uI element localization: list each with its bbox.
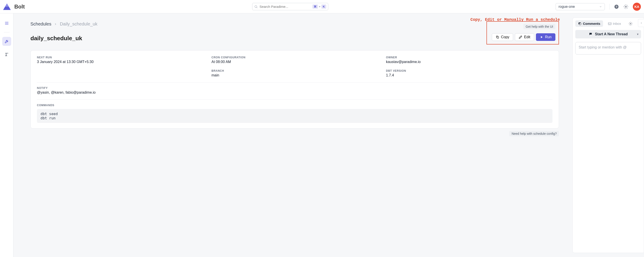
logo-group: Bolt — [3, 3, 25, 10]
bolt-logo-icon — [3, 3, 11, 10]
field-dbt-version: DBT VERSION 1.7.4 — [386, 69, 552, 77]
breadcrumb-root[interactable]: Schedules — [30, 21, 51, 26]
actions-box: Get help with the UI Copy Edit Run — [486, 21, 559, 44]
search-input[interactable] — [260, 5, 310, 8]
app-header: Bolt ⌘ + K rogue-one ? KA — [0, 0, 644, 13]
workspace-select[interactable]: rogue-one — [556, 3, 605, 10]
title-row: daily_schedule_uk Get help with the UI C… — [30, 32, 559, 44]
avatar[interactable]: KA — [633, 3, 641, 11]
commands-block: dbt seed dbt run — [37, 109, 552, 123]
menu-toggle[interactable] — [2, 19, 11, 28]
kbd-cmd: ⌘ — [312, 4, 318, 9]
card-separator — [37, 82, 552, 82]
button-row: Copy Edit Run — [492, 33, 556, 41]
left-rail — [0, 13, 14, 257]
chevron-left-icon — [640, 22, 643, 24]
card-separator — [37, 99, 552, 100]
workspace-name: rogue-one — [558, 5, 575, 9]
text-icon — [4, 52, 9, 56]
rail-templates[interactable] — [2, 50, 11, 59]
run-button[interactable]: Run — [536, 33, 556, 41]
panel-head: Comments Inbox — [575, 20, 641, 27]
compose-input[interactable]: Start typing or mention with @ — [575, 42, 641, 54]
chevron-down-icon — [599, 5, 602, 8]
config-help-link[interactable]: Need help with schedule config? — [509, 131, 559, 136]
panel-collapse[interactable] — [638, 19, 644, 27]
inbox-icon — [608, 22, 612, 25]
breadcrumb-leaf: Daily_schedule_uk — [60, 21, 97, 26]
search-shortcut: ⌘ + K — [312, 4, 326, 9]
footer-help-wrap: Need help with schedule config? — [30, 132, 559, 136]
tab-inbox[interactable]: Inbox — [605, 20, 624, 27]
chevron-down-icon: ▾ — [637, 33, 638, 36]
copy-button[interactable]: Copy — [492, 33, 513, 41]
comments-panel: Comments Inbox Start A New Thread ▾ Star… — [572, 17, 644, 253]
search-input-wrap[interactable]: ⌘ + K — [252, 3, 328, 10]
gear-icon[interactable] — [628, 22, 632, 26]
field-commands: COMMANDS dbt seed dbt run — [37, 104, 552, 123]
header-right: rogue-one ? KA — [556, 3, 641, 11]
search-icon — [254, 5, 258, 8]
new-thread-button[interactable]: Start A New Thread ▾ — [575, 30, 641, 38]
edit-button[interactable]: Edit — [515, 33, 534, 41]
help-icon[interactable]: ? — [614, 4, 619, 9]
thread-icon — [589, 32, 593, 36]
field-branch: BRANCH main — [212, 69, 378, 77]
svg-text:?: ? — [616, 5, 617, 8]
kbd-k: K — [321, 4, 326, 9]
field-notify: NOTIFY @yasin, @karen, fabio@paradime.io — [37, 86, 552, 94]
copy-icon — [496, 35, 499, 39]
comments-icon — [578, 22, 582, 25]
play-icon — [540, 35, 543, 39]
svg-rect-4 — [497, 37, 498, 38]
annotation-text: Copy, Edit or Manually Run a schedule — [470, 17, 560, 22]
wrench-icon — [4, 39, 9, 43]
svg-point-5 — [630, 23, 631, 24]
ui-help-link[interactable]: Get help with the UI — [524, 24, 556, 29]
app-name: Bolt — [14, 3, 25, 10]
field-cron: CRON CONFIGURATION At 08:00 AM — [212, 56, 378, 64]
gear-icon[interactable] — [624, 4, 628, 9]
breadcrumb: Schedules Daily_schedule_uk — [30, 21, 559, 26]
rail-schedules[interactable] — [2, 37, 11, 46]
main-content: Copy, Edit or Manually Run a schedule Sc… — [14, 13, 570, 257]
tab-comments[interactable]: Comments — [575, 20, 603, 27]
svg-point-3 — [625, 6, 626, 7]
chevron-right-icon — [54, 22, 57, 26]
divider — [609, 4, 610, 9]
pencil-icon — [519, 35, 522, 39]
page-title: daily_schedule_uk — [30, 35, 82, 42]
svg-point-0 — [255, 5, 257, 7]
field-next-run: NEXT RUN 3 January 2024 at 13:30 GMT+5:3… — [37, 56, 204, 64]
menu-icon — [4, 21, 9, 25]
rail-separator — [4, 32, 10, 32]
schedule-card: NEXT RUN 3 January 2024 at 13:30 GMT+5:3… — [30, 50, 559, 128]
field-owner: OWNER kaustav@paradime.io — [386, 56, 552, 64]
